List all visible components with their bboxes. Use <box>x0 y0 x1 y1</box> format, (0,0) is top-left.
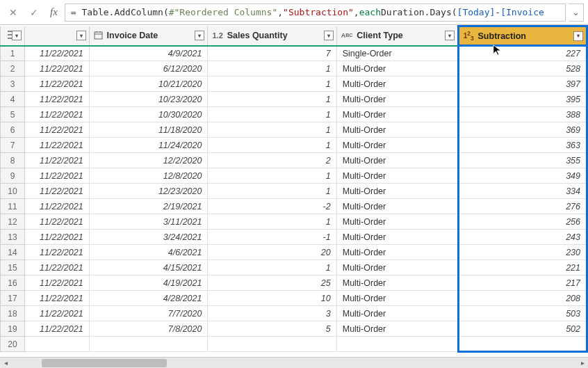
cell-sales-quantity[interactable]: -1 <box>208 230 336 245</box>
cell-today[interactable]: 11/22/2021 <box>24 107 89 122</box>
cell-subtraction[interactable]: 276 <box>458 199 587 214</box>
row-index[interactable]: 14 <box>1 245 25 260</box>
table-row[interactable]: 1911/22/20217/8/20205Multi-Order502 <box>1 321 587 337</box>
row-index[interactable]: 1 <box>1 46 25 61</box>
col-header-client-type[interactable]: ABC Client Type ▾ <box>336 26 458 46</box>
table-row[interactable]: 1611/22/20214/19/202125Multi-Order217 <box>1 275 587 291</box>
row-index[interactable]: 19 <box>1 321 25 337</box>
row-index[interactable]: 6 <box>1 122 25 138</box>
cell-sales-quantity[interactable]: 3 <box>208 306 336 321</box>
row-index[interactable]: 11 <box>1 199 25 214</box>
cell-subtraction[interactable]: 256 <box>458 214 587 230</box>
filter-icon[interactable]: ▾ <box>445 31 455 40</box>
cell-subtraction[interactable]: 243 <box>458 230 587 245</box>
cell-invoice-date[interactable]: 7/7/2020 <box>89 306 208 321</box>
row-index[interactable]: 17 <box>1 291 25 306</box>
cell-today[interactable]: 11/22/2021 <box>24 168 89 184</box>
cell-invoice-date[interactable] <box>89 337 208 352</box>
cell-subtraction[interactable]: 502 <box>458 321 587 337</box>
cell-subtraction[interactable]: 528 <box>458 61 587 77</box>
row-index[interactable]: 3 <box>1 77 25 92</box>
cell-subtraction[interactable]: 363 <box>458 138 587 153</box>
row-index[interactable]: 9 <box>1 168 25 184</box>
table-row[interactable]: 311/22/202110/21/20201Multi-Order397 <box>1 77 587 92</box>
cell-invoice-date[interactable]: 11/18/2020 <box>89 122 208 138</box>
cell-subtraction[interactable]: 395 <box>458 92 587 107</box>
table-row[interactable]: 1111/22/20212/19/2021-2Multi-Order276 <box>1 199 587 214</box>
cell-client-type[interactable]: Multi-Order <box>336 107 458 122</box>
cell-invoice-date[interactable]: 12/23/2020 <box>89 184 208 199</box>
cell-sales-quantity[interactable]: 1 <box>208 122 336 138</box>
cell-client-type[interactable]: Multi-Order <box>336 306 458 321</box>
cell-client-type[interactable]: Single-Order <box>336 46 458 61</box>
row-index[interactable]: 15 <box>1 260 25 275</box>
col-header-today[interactable]: ▾ <box>24 26 89 46</box>
cell-sales-quantity[interactable]: 25 <box>208 275 336 291</box>
cell-subtraction[interactable]: 221 <box>458 260 587 275</box>
table-row[interactable]: 411/22/202110/23/20201Multi-Order395 <box>1 92 587 107</box>
cell-today[interactable]: 11/22/2021 <box>24 291 89 306</box>
table-row[interactable]: 1411/22/20214/6/202120Multi-Order230 <box>1 245 587 260</box>
scroll-left-button[interactable]: ◂ <box>0 358 11 369</box>
cell-sales-quantity[interactable]: 1 <box>208 214 336 230</box>
cell-today[interactable]: 11/22/2021 <box>24 260 89 275</box>
cell-client-type[interactable]: Multi-Order <box>336 138 458 153</box>
filter-icon[interactable]: ▾ <box>573 31 583 41</box>
table-row[interactable]: 1011/22/202112/23/20201Multi-Order334 <box>1 184 587 199</box>
cell-subtraction[interactable]: 227 <box>458 46 587 61</box>
row-index[interactable]: 12 <box>1 214 25 230</box>
row-index[interactable]: 8 <box>1 153 25 168</box>
cell-subtraction[interactable]: 334 <box>458 184 587 199</box>
table-row[interactable]: 1211/22/20213/11/20211Multi-Order256 <box>1 214 587 230</box>
cell-sales-quantity[interactable]: -2 <box>208 199 336 214</box>
cell-client-type[interactable]: Multi-Order <box>336 168 458 184</box>
cell-invoice-date[interactable]: 2/19/2021 <box>89 199 208 214</box>
cell-invoice-date[interactable]: 7/8/2020 <box>89 321 208 337</box>
cell-today[interactable]: 11/22/2021 <box>24 214 89 230</box>
table-row[interactable]: 1711/22/20214/28/202110Multi-Order208 <box>1 291 587 306</box>
table-row[interactable]: 1811/22/20217/7/20203Multi-Order503 <box>1 306 587 321</box>
cell-subtraction[interactable]: 349 <box>458 168 587 184</box>
row-index[interactable]: 2 <box>1 61 25 77</box>
cell-today[interactable] <box>24 337 89 352</box>
cell-client-type[interactable]: Multi-Order <box>336 214 458 230</box>
table-row[interactable]: 211/22/20216/12/20201Multi-Order528 <box>1 61 587 77</box>
cell-today[interactable]: 11/22/2021 <box>24 245 89 260</box>
cell-sales-quantity[interactable]: 20 <box>208 245 336 260</box>
cell-client-type[interactable]: Multi-Order <box>336 291 458 306</box>
col-header-sales-quantity[interactable]: 1.2 Sales Quantity ▾ <box>208 26 336 46</box>
cell-client-type[interactable]: Multi-Order <box>336 245 458 260</box>
cell-invoice-date[interactable]: 6/12/2020 <box>89 61 208 77</box>
cell-subtraction[interactable]: 369 <box>458 122 587 138</box>
cell-invoice-date[interactable]: 4/15/2021 <box>89 260 208 275</box>
row-index[interactable]: 20 <box>1 337 25 352</box>
cell-invoice-date[interactable]: 12/8/2020 <box>89 168 208 184</box>
cell-invoice-date[interactable]: 4/6/2021 <box>89 245 208 260</box>
col-header-invoice-date[interactable]: Invoice Date ▾ <box>89 26 208 46</box>
formula-input[interactable]: = Table.AddColumn ( #"Reordered Columns"… <box>65 3 566 22</box>
row-index[interactable]: 4 <box>1 92 25 107</box>
cell-client-type[interactable]: Multi-Order <box>336 153 458 168</box>
cell-today[interactable]: 11/22/2021 <box>24 199 89 214</box>
table-row[interactable]: 911/22/202112/8/20201Multi-Order349 <box>1 168 587 184</box>
table-row[interactable]: 1511/22/20214/15/20211Multi-Order221 <box>1 260 587 275</box>
cell-subtraction[interactable]: 208 <box>458 291 587 306</box>
cell-client-type[interactable]: Multi-Order <box>336 122 458 138</box>
cell-today[interactable]: 11/22/2021 <box>24 184 89 199</box>
table-row[interactable]: 511/22/202110/30/20201Multi-Order388 <box>1 107 587 122</box>
cell-today[interactable]: 11/22/2021 <box>24 46 89 61</box>
cell-invoice-date[interactable]: 12/2/2020 <box>89 153 208 168</box>
cell-today[interactable]: 11/22/2021 <box>24 275 89 291</box>
filter-icon[interactable]: ▾ <box>76 31 86 40</box>
row-index[interactable]: 7 <box>1 138 25 153</box>
scroll-right-button[interactable]: ▸ <box>577 358 588 369</box>
cell-sales-quantity[interactable]: 7 <box>208 46 336 61</box>
cell-today[interactable]: 11/22/2021 <box>24 77 89 92</box>
col-header-subtraction[interactable]: 123 Subtraction ▾ <box>458 26 587 46</box>
corner-cell[interactable]: ▾ <box>1 26 25 46</box>
table-row[interactable]: 111/22/20214/9/20217Single-Order227 <box>1 46 587 61</box>
cell-subtraction[interactable]: 355 <box>458 153 587 168</box>
cell-subtraction[interactable] <box>458 337 587 352</box>
cell-today[interactable]: 11/22/2021 <box>24 138 89 153</box>
cell-invoice-date[interactable]: 11/24/2020 <box>89 138 208 153</box>
